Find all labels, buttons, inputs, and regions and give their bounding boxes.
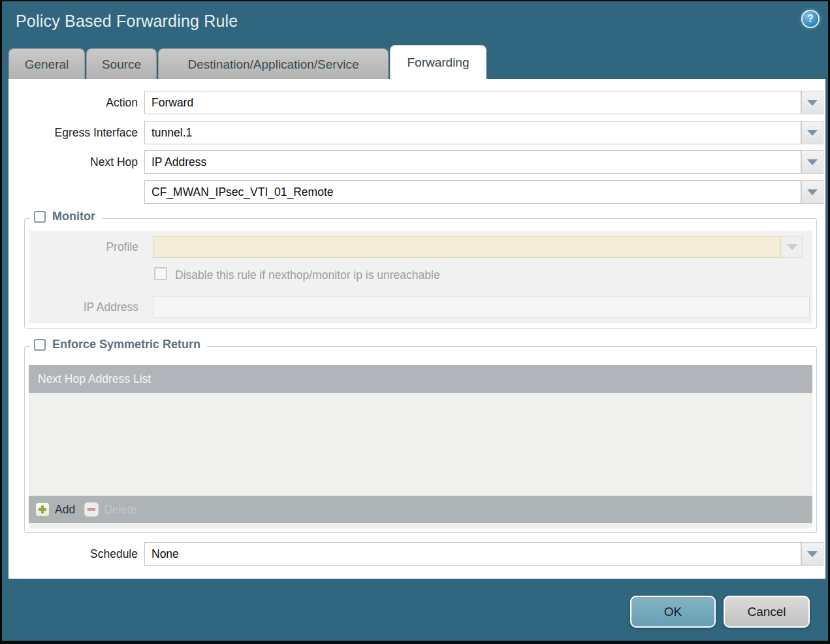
schedule-select[interactable]: None [144, 542, 801, 566]
next-hop-address-list-toolbar: Add Delete [29, 496, 812, 523]
next-hop-combo: IP Address [144, 150, 823, 174]
policy-based-forwarding-dialog: Policy Based Forwarding Rule ? General S… [2, 1, 828, 641]
enforce-symmetric-return-legend-label: Enforce Symmetric Return [52, 338, 200, 351]
tab-source[interactable]: Source [86, 48, 157, 80]
enforce-symmetric-return-group: Enforce Symmetric Return Next Hop Addres… [24, 346, 817, 533]
egress-interface-select[interactable]: tunnel.1 [144, 121, 801, 144]
profile-select [153, 236, 781, 258]
chevron-down-icon [787, 244, 797, 250]
help-icon[interactable]: ? [801, 10, 820, 28]
profile-label: Profile [29, 236, 138, 258]
monitor-legend: Monitor [30, 210, 102, 223]
disable-rule-checkbox [154, 267, 167, 280]
egress-interface-combo: tunnel.1 [144, 121, 823, 144]
next-hop-address-list-body[interactable] [29, 393, 812, 496]
next-hop-label: Next Hop [8, 150, 138, 174]
enforce-symmetric-return-checkbox[interactable] [34, 339, 46, 351]
dialog-title: Policy Based Forwarding Rule [16, 12, 238, 31]
schedule-combo: None [144, 542, 823, 566]
tab-destination-application-service[interactable]: Destination/Application/Service [158, 48, 389, 80]
tab-bar: General Source Destination/Application/S… [8, 44, 487, 80]
chevron-down-icon [807, 189, 818, 195]
monitor-panel: Profile Disable this rule if nexthop/mon… [29, 231, 812, 323]
monitor-ip-address-input [153, 296, 810, 318]
next-hop-dropdown-button[interactable] [801, 150, 823, 174]
profile-dropdown-button [782, 236, 803, 258]
next-hop-select[interactable]: IP Address [144, 150, 801, 174]
minus-icon [84, 502, 99, 517]
egress-interface-label: Egress Interface [8, 121, 138, 144]
window-frame: Policy Based Forwarding Rule ? General S… [0, 0, 830, 644]
next-hop-address-list-header: Next Hop Address List [29, 365, 812, 393]
add-button-label: Add [55, 503, 75, 517]
tab-forwarding[interactable]: Forwarding [390, 45, 487, 80]
action-select[interactable]: Forward [144, 91, 801, 114]
cancel-button[interactable]: Cancel [724, 596, 810, 628]
monitor-group: Monitor Profile Disable this rule if nex… [24, 218, 817, 329]
next-hop-address-combo: CF_MWAN_IPsec_VTI_01_Remote [144, 180, 823, 204]
help-glyph: ? [807, 13, 814, 25]
forwarding-tab-panel: Action Forward Egress Interface tunnel.1… [8, 79, 825, 579]
plus-icon [35, 502, 50, 517]
delete-button: Delete [84, 502, 137, 517]
delete-button-label: Delete [104, 503, 137, 517]
ok-button[interactable]: OK [630, 596, 716, 628]
action-label: Action [8, 91, 138, 114]
tab-general[interactable]: General [8, 48, 85, 80]
enforce-symmetric-return-legend: Enforce Symmetric Return [30, 338, 207, 351]
monitor-checkbox[interactable] [34, 211, 46, 223]
schedule-dropdown-button[interactable] [801, 542, 823, 566]
next-hop-address-dropdown-button[interactable] [801, 180, 823, 204]
chevron-down-icon [807, 551, 818, 557]
table-bottom-strip [29, 523, 812, 528]
chevron-down-icon [807, 159, 818, 165]
chevron-down-icon [807, 100, 818, 106]
next-hop-address-select[interactable]: CF_MWAN_IPsec_VTI_01_Remote [144, 180, 801, 204]
monitor-ip-address-label: IP Address [29, 296, 138, 318]
action-dropdown-button[interactable] [801, 91, 823, 114]
schedule-label: Schedule [8, 542, 138, 566]
next-hop-address-table: Next Hop Address List Add Delete [29, 365, 812, 528]
add-button[interactable]: Add [35, 502, 75, 517]
disable-rule-label: Disable this rule if nexthop/monitor ip … [175, 268, 440, 282]
action-combo: Forward [144, 91, 823, 114]
egress-interface-dropdown-button[interactable] [801, 121, 823, 144]
monitor-legend-label: Monitor [52, 210, 95, 223]
dialog-titlebar: Policy Based Forwarding Rule ? [2, 1, 828, 43]
chevron-down-icon [807, 130, 818, 136]
